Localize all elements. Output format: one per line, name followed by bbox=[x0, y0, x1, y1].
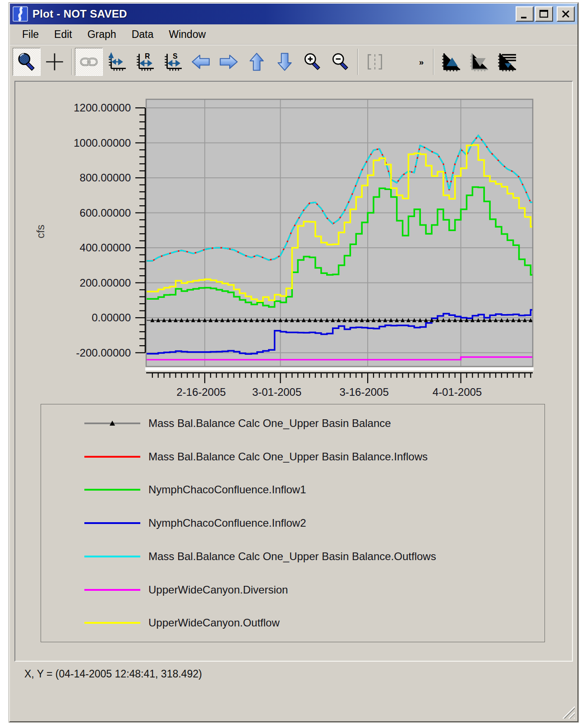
chart-triangle-down-icon bbox=[468, 51, 489, 72]
crosshair-icon bbox=[44, 51, 65, 72]
pan-up-button[interactable] bbox=[243, 48, 271, 76]
status-bar: X, Y = (04-14-2005 12:48:41, 318.492) bbox=[10, 662, 577, 721]
plot-window: Plot - NOT SAVED File Edit Graph Data Wi… bbox=[9, 3, 578, 722]
title-bar[interactable]: Plot - NOT SAVED bbox=[10, 4, 577, 24]
axis-arrows-icon bbox=[106, 51, 127, 72]
curve-order-button[interactable] bbox=[493, 48, 521, 76]
plot-canvas[interactable]: -200.000000.00000200.00000400.00000600.0… bbox=[16, 83, 560, 400]
window-title: Plot - NOT SAVED bbox=[32, 8, 511, 20]
magnifier-icon bbox=[16, 51, 37, 72]
legend-line-sample bbox=[84, 519, 140, 527]
arrow-right-icon bbox=[218, 51, 239, 72]
y-tick-label: 1200.00000 bbox=[74, 102, 131, 114]
link-axes-button[interactable] bbox=[75, 48, 103, 76]
riverware-app-icon bbox=[13, 6, 28, 22]
zoom-out-button[interactable] bbox=[327, 48, 355, 76]
legend-label: Mass Bal.Balance Calc One_Upper Basin Ba… bbox=[148, 450, 428, 463]
legend-item[interactable]: Mass Bal.Balance Calc One_Upper Basin Ba… bbox=[41, 442, 544, 471]
legend-item[interactable]: UpperWideCanyon.Diversion bbox=[41, 575, 544, 604]
menu-graph[interactable]: Graph bbox=[80, 27, 124, 42]
arrow-up-icon bbox=[246, 51, 267, 72]
maximize-icon bbox=[538, 8, 550, 20]
axis-r-icon: R bbox=[134, 51, 155, 72]
pan-right-button[interactable] bbox=[215, 48, 243, 76]
legend-line-sample bbox=[84, 453, 140, 461]
y-axis-label: cfs bbox=[34, 225, 46, 239]
arrow-left-icon bbox=[190, 51, 211, 72]
x-tick-label: 2-16-2005 bbox=[176, 386, 226, 398]
legend-line-sample bbox=[84, 419, 140, 427]
pan-down-button[interactable] bbox=[271, 48, 299, 76]
menu-data[interactable]: Data bbox=[124, 27, 161, 42]
x-tick-label: 3-16-2005 bbox=[339, 386, 388, 398]
y-tick-label: 1000.00000 bbox=[74, 137, 131, 149]
split-view-button bbox=[361, 48, 389, 76]
legend-item[interactable]: NymphChacoConfluence.Inflow1 bbox=[41, 475, 544, 504]
toolbar-overflow-button[interactable]: » bbox=[412, 51, 430, 73]
arrow-down-icon bbox=[274, 51, 295, 72]
minimize-button[interactable] bbox=[516, 6, 534, 22]
legend-item[interactable]: Mass Bal.Balance Calc One_Upper Basin Ba… bbox=[41, 409, 544, 438]
axis-s-icon: S bbox=[162, 51, 183, 72]
legend-item[interactable]: NymphChacoConfluence.Inflow2 bbox=[41, 509, 544, 538]
y-tick-label: 0.00000 bbox=[92, 311, 131, 324]
cursor-coordinates: X, Y = (04-14-2005 12:48:41, 318.492) bbox=[24, 668, 202, 680]
legend-label: NymphChacoConfluence.Inflow2 bbox=[148, 517, 306, 529]
legend-line-sample bbox=[84, 552, 140, 561]
chart-triangle-up-icon bbox=[440, 51, 461, 72]
legend-line-sample bbox=[84, 486, 140, 494]
legend: Mass Bal.Balance Calc One_Upper Basin Ba… bbox=[41, 404, 545, 642]
zoom-in-button[interactable] bbox=[299, 48, 327, 76]
rescale-r-axis-button[interactable]: R bbox=[131, 48, 159, 76]
scale-axes-button[interactable] bbox=[103, 48, 131, 76]
close-icon bbox=[560, 8, 572, 20]
chart-lines-icon bbox=[496, 51, 517, 72]
minimize-icon bbox=[519, 8, 531, 20]
y-tick-label: 400.00000 bbox=[80, 241, 131, 254]
y-tick-label: 600.00000 bbox=[80, 207, 131, 219]
menu-bar: File Edit Graph Data Window bbox=[10, 24, 577, 44]
zoom-in-icon bbox=[302, 51, 323, 72]
legend-label: UpperWideCanyon.Outflow bbox=[148, 617, 280, 629]
x-tick-label: 4-01-2005 bbox=[433, 386, 482, 398]
svg-text:S: S bbox=[173, 52, 177, 60]
crosshair-mode-button[interactable] bbox=[41, 48, 69, 76]
legend-item[interactable]: UpperWideCanyon.Outflow bbox=[41, 608, 544, 637]
menu-window[interactable]: Window bbox=[161, 27, 213, 42]
legend-label: Mass Bal.Balance Calc One_Upper Basin Ba… bbox=[148, 417, 391, 430]
split-view-icon bbox=[365, 51, 385, 72]
toolbar-separator bbox=[71, 49, 72, 75]
y-tick-label: -200.00000 bbox=[76, 347, 131, 359]
legend-label: NymphChacoConfluence.Inflow1 bbox=[148, 483, 306, 496]
toolbar-spacer bbox=[389, 62, 412, 62]
resize-grip[interactable] bbox=[561, 705, 575, 719]
chevron-double-right-icon: » bbox=[414, 55, 429, 69]
maximize-button[interactable] bbox=[535, 6, 553, 22]
legend-label: UpperWideCanyon.Diversion bbox=[148, 584, 288, 596]
toolbar: RS» bbox=[10, 44, 577, 79]
close-button[interactable] bbox=[557, 6, 575, 22]
screen: Plot - NOT SAVED File Edit Graph Data Wi… bbox=[0, 0, 586, 728]
legend-label: Mass Bal.Balance Calc One_Upper Basin Ba… bbox=[148, 550, 436, 563]
legend-item[interactable]: Mass Bal.Balance Calc One_Upper Basin Ba… bbox=[41, 542, 544, 571]
toolbar-separator bbox=[433, 49, 434, 75]
lower-curve-button bbox=[465, 48, 493, 76]
svg-text:»: » bbox=[419, 57, 424, 67]
raise-curve-button[interactable] bbox=[437, 48, 465, 76]
pan-left-button[interactable] bbox=[187, 48, 215, 76]
y-tick-label: 200.00000 bbox=[80, 277, 131, 289]
menu-file[interactable]: File bbox=[14, 27, 46, 42]
menu-edit[interactable]: Edit bbox=[46, 27, 80, 42]
legend-line-sample bbox=[84, 586, 140, 594]
svg-text:R: R bbox=[145, 52, 150, 60]
plot-panel: -200.000000.00000200.00000400.00000600.0… bbox=[14, 81, 573, 662]
zoom-out-icon bbox=[330, 51, 351, 72]
y-tick-label: 800.00000 bbox=[80, 172, 131, 184]
x-tick-label: 3-01-2005 bbox=[252, 386, 301, 398]
zoom-mode-button[interactable] bbox=[13, 48, 41, 76]
legend-line-sample bbox=[84, 619, 140, 627]
rescale-s-axis-button[interactable]: S bbox=[159, 48, 187, 76]
chain-link-icon bbox=[78, 51, 99, 72]
toolbar-separator bbox=[357, 49, 358, 75]
